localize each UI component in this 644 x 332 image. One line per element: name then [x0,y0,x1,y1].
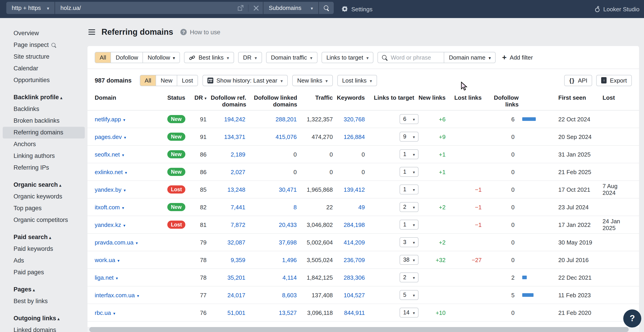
keywords-link[interactable]: 139,412 [344,186,365,193]
export-button[interactable]: Export [596,75,632,86]
filter-mode-dofollow[interactable]: Dofollow [111,52,143,63]
external-link-icon[interactable] [237,5,244,11]
col-header-keywords[interactable]: Keywords [333,94,365,101]
keywords-link[interactable]: 236,709 [344,256,365,263]
sidebar-section-backlink-profile[interactable]: Backlink profile [3,92,85,103]
keywords-link[interactable]: 320,768 [344,116,365,122]
links-to-target-select[interactable]: 9 [400,132,418,142]
keywords-link[interactable]: 414,209 [344,239,365,246]
domain-link[interactable]: netlify.app [95,116,125,122]
sidebar-item-paid-pages[interactable]: Paid pages [3,266,85,278]
tab-lost[interactable]: Lost [178,75,198,86]
col-header-lost[interactable]: Lost [602,94,632,101]
links-to-target-select[interactable]: 3 [400,237,418,247]
domain-link[interactable]: liga.net [95,274,118,281]
dr-filter[interactable]: DR [238,52,262,63]
dofollow-ref-domains-link[interactable]: 2,189 [231,151,245,158]
scope-dropdown[interactable]: Subdomains [263,2,319,14]
dofollow-linked-domains-link[interactable]: 30,471 [279,186,297,193]
sidebar-item-ads[interactable]: Ads [3,255,85,266]
domain-link[interactable]: itxoft.com [95,204,124,210]
sidebar-item-page-inspect[interactable]: Page inspect [3,39,85,51]
help-floating-button[interactable] [623,310,641,328]
sidebar-section-organic-search[interactable]: Organic search [3,179,85,191]
dofollow-linked-domains-link[interactable]: 8 [294,204,297,210]
sidebar-item-calendar[interactable]: Calendar [3,63,85,74]
col-header-dr[interactable]: DR [192,94,208,102]
sidebar-item-anchors[interactable]: Anchors [3,138,85,150]
domain-link[interactable]: yandex.by [95,186,126,193]
sidebar-section-paid-search[interactable]: Paid search [3,232,85,243]
links-to-target-select[interactable]: 38 [400,255,418,265]
clear-icon[interactable] [253,5,259,11]
keywords-link[interactable]: 844,911 [344,309,365,316]
horizontal-scrollbar-thumb[interactable] [89,327,629,332]
links-to-target-select[interactable]: 1 [400,184,418,194]
col-header-new-links[interactable]: New links [418,94,446,101]
sidebar-item-paid-keywords[interactable]: Paid keywords [3,243,85,255]
sidebar-item-organic-keywords[interactable]: Organic keywords [3,191,85,202]
search-button[interactable] [319,2,334,14]
domain-link[interactable]: exlinko.net [95,168,127,175]
sidebar-item-referring-ips[interactable]: Referring IPs [3,162,85,174]
dofollow-ref-domains-link[interactable]: 134,371 [224,133,245,140]
dofollow-linked-domains-link[interactable]: 8,603 [282,292,297,298]
col-header-dofollow-links[interactable]: Dofollow links [482,94,536,108]
show-history-dropdown[interactable]: Show history: Last year [202,75,288,86]
links-to-target-select[interactable]: 2 [400,272,418,282]
col-header-status[interactable]: Status [164,94,192,101]
links-to-target-select[interactable]: 1 [400,167,418,177]
keywords-link[interactable]: 284,198 [344,221,365,228]
settings-button[interactable]: Settings [342,0,372,18]
links-to-target-select[interactable]: 6 [400,114,418,124]
col-header-dofollow-linked[interactable]: Dofollow linked domains [246,94,297,108]
domain-link[interactable]: seoflx.net [95,151,124,158]
domain-link[interactable]: interfax.com.ua [95,292,139,298]
sidebar-item-opportunities[interactable]: Opportunities [3,74,85,86]
col-header-links-to-target[interactable]: Links to target [365,94,418,101]
word-or-phrase-input[interactable] [391,54,440,61]
lost-links-dropdown[interactable]: Lost links [337,75,377,86]
add-filter-button[interactable]: Add filter [502,54,533,61]
dofollow-ref-domains-link[interactable]: 9,359 [231,256,245,263]
sidebar-item-backlinks[interactable]: Backlinks [3,103,85,115]
hamburger-menu-icon[interactable] [88,29,95,35]
new-links-dropdown[interactable]: New links [292,75,332,86]
search-field-dropdown[interactable]: Domain name [444,52,496,63]
sidebar-item-overview[interactable]: Overview [3,28,85,39]
sidebar-item-best-by-links[interactable]: Best by links [3,296,85,307]
dofollow-linked-domains-link[interactable]: 415,076 [276,133,297,140]
keywords-link[interactable]: 104,527 [344,292,365,298]
sidebar-item-top-pages[interactable]: Top pages [3,202,85,214]
col-header-domain[interactable]: Domain [95,94,164,101]
dofollow-linked-domains-link[interactable]: 37,698 [279,239,297,246]
links-to-target-select[interactable]: 1 [400,149,418,159]
links-to-target-filter[interactable]: Links to target [321,52,374,63]
sidebar-item-linked-domains[interactable]: Linked domains [3,324,85,332]
dofollow-ref-domains-link[interactable]: 51,001 [227,309,245,316]
domain-traffic-filter[interactable]: Domain traffic [266,52,317,63]
links-to-target-select[interactable]: 14 [400,308,418,318]
domain-link[interactable]: rbc.ua [95,309,115,316]
keywords-link[interactable]: 283,306 [344,274,365,281]
dofollow-ref-domains-link[interactable]: 7,872 [231,221,245,228]
filter-mode-all[interactable]: All [95,52,111,63]
dofollow-ref-domains-link[interactable]: 194,242 [224,116,245,122]
domain-link[interactable]: work.ua [95,256,120,263]
dofollow-ref-domains-link[interactable]: 32,087 [227,239,245,246]
domain-link[interactable]: pages.dev [95,133,126,140]
filter-mode-nofollow[interactable]: Nofollow [143,52,180,63]
links-to-target-select[interactable]: 1 [400,220,418,230]
tab-new[interactable]: New [156,75,178,86]
protocol-dropdown[interactable]: http + https [6,2,55,14]
sidebar-item-linking-authors[interactable]: Linking authors [3,150,85,162]
dofollow-linked-domains-link[interactable]: 4,114 [282,274,297,281]
dofollow-linked-domains-link[interactable]: 288,201 [276,116,297,122]
domain-link[interactable]: yandex.kz [95,221,125,228]
best-links-filter[interactable]: Best links [184,52,234,63]
sidebar-item-organic-competitors[interactable]: Organic competitors [3,214,85,226]
sidebar-section-pages[interactable]: Pages [3,284,85,296]
sidebar-item-broken-backlinks[interactable]: Broken backlinks [3,115,85,127]
sidebar-section-outgoing-links[interactable]: Outgoing links [3,312,85,324]
how-to-use-link[interactable]: How to use [180,29,220,36]
